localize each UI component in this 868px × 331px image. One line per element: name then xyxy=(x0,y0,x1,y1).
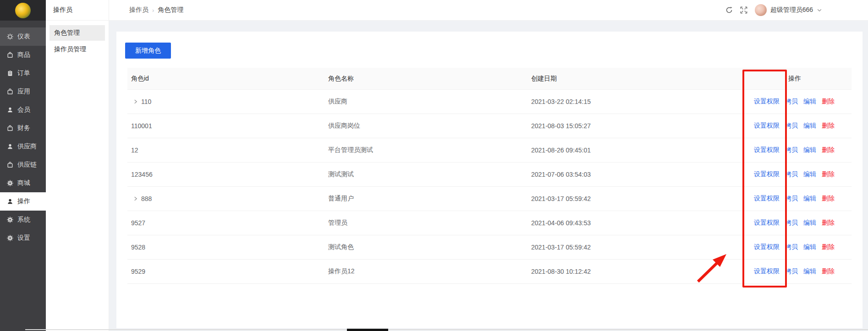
copy-link[interactable]: 拷贝 xyxy=(785,195,798,203)
copy-link[interactable]: 拷贝 xyxy=(785,267,798,276)
created-date: 2021-03-17 05:59:42 xyxy=(531,195,591,202)
delete-link[interactable]: 删除 xyxy=(822,122,835,130)
set-permissions-link[interactable]: 设置权限 xyxy=(754,219,780,227)
cell-role-name: 普通用户 xyxy=(324,195,527,203)
sidebar-item-label: 应用 xyxy=(17,87,30,96)
edit-link[interactable]: 编辑 xyxy=(803,146,816,154)
sidebar-item[interactable]: 会员 xyxy=(0,101,46,119)
cell-role-id: 888 xyxy=(127,195,324,202)
delete-link[interactable]: 删除 xyxy=(822,267,835,276)
created-date: 2021-03-17 05:59:42 xyxy=(531,244,591,251)
sidebar-item[interactable]: 系统 xyxy=(0,211,46,229)
column-header-created: 创建日期 xyxy=(527,75,751,83)
edit-link[interactable]: 编辑 xyxy=(803,122,816,130)
bag-icon xyxy=(7,52,13,58)
role-name: 平台管理员测试 xyxy=(328,146,373,154)
table-row: 9528 测试角色 2021-03-17 05:59:42 设置权限 拷贝 编辑 xyxy=(127,235,852,260)
table-row: 12 平台管理员测试 2021-08-26 09:45:01 设置权限 拷贝 编… xyxy=(127,138,852,163)
secondary-sidebar: 操作员 角色管理 操作员管理 xyxy=(46,0,109,331)
add-role-button[interactable]: 新增角色 xyxy=(125,43,171,59)
main-content: 新增角色 角色id 角色名称 创建日期 操作 110 供应商 xyxy=(109,21,868,331)
cell-role-id: 12 xyxy=(127,147,324,154)
username: 超级管理员666 xyxy=(770,6,813,14)
cell-role-id: 110001 xyxy=(127,122,324,130)
sidebar-item[interactable]: 供应商 xyxy=(0,137,46,156)
role-id: 12 xyxy=(131,147,138,154)
edit-link[interactable]: 编辑 xyxy=(803,267,816,276)
content-card: 新增角色 角色id 角色名称 创建日期 操作 110 供应商 xyxy=(116,32,863,328)
submenu-item-label: 操作员管理 xyxy=(54,45,86,54)
role-id: 888 xyxy=(141,195,152,202)
submenu-item[interactable]: 操作员管理 xyxy=(49,42,105,57)
gear-icon xyxy=(7,235,13,241)
role-name: 供应商 xyxy=(328,98,347,106)
edit-link[interactable]: 编辑 xyxy=(803,195,816,203)
cell-created-date: 2021-04-06 09:43:53 xyxy=(527,219,751,227)
sidebar-item-label: 仪表 xyxy=(17,33,30,41)
sidebar-item[interactable]: 商品 xyxy=(0,46,46,64)
sidebar-item[interactable]: 设置 xyxy=(0,229,46,247)
copy-link[interactable]: 拷贝 xyxy=(785,243,798,251)
cell-created-date: 2021-03-22 02:14:15 xyxy=(527,98,751,105)
table-row: 123456 测试测试 2021-07-06 03:54:03 设置权限 拷贝 … xyxy=(127,163,852,187)
role-id: 9527 xyxy=(131,219,145,227)
created-date: 2021-08-03 15:05:27 xyxy=(531,122,591,130)
table-row: 110 供应商 2021-03-22 02:14:15 设置权限 拷贝 编辑 xyxy=(127,90,852,114)
delete-link[interactable]: 删除 xyxy=(822,243,835,251)
user-icon xyxy=(7,198,13,205)
copy-link[interactable]: 拷贝 xyxy=(785,98,798,106)
horizontal-scrollbar-track[interactable] xyxy=(25,329,868,330)
set-permissions-link[interactable]: 设置权限 xyxy=(754,267,780,276)
sidebar-item[interactable]: 财务 xyxy=(0,119,46,137)
set-permissions-link[interactable]: 设置权限 xyxy=(754,122,780,130)
sidebar-item[interactable]: 仪表 xyxy=(0,27,46,46)
gear-icon xyxy=(7,217,13,223)
sidebar-item[interactable]: 商城 xyxy=(0,174,46,192)
sidebar-item[interactable]: 操作 xyxy=(0,192,46,211)
set-permissions-link[interactable]: 设置权限 xyxy=(754,170,780,179)
sidebar-item[interactable]: 供应链 xyxy=(0,156,46,174)
created-date: 2021-08-26 09:45:01 xyxy=(531,147,591,154)
fullscreen-icon[interactable] xyxy=(740,6,747,14)
delete-link[interactable]: 删除 xyxy=(822,98,835,106)
created-date: 2021-03-22 02:14:15 xyxy=(531,98,591,105)
delete-link[interactable]: 删除 xyxy=(822,170,835,179)
table-row: 9527 管理员 2021-04-06 09:43:53 设置权限 拷贝 编辑 xyxy=(127,211,852,235)
primary-sidebar: 仪表 商品 订单 应用 会员 财务 供应商 供应链 xyxy=(0,0,46,331)
set-permissions-link[interactable]: 设置权限 xyxy=(754,146,780,154)
horizontal-scrollbar-thumb[interactable] xyxy=(347,329,388,331)
table-body: 110 供应商 2021-03-22 02:14:15 设置权限 拷贝 编辑 xyxy=(127,90,852,284)
copy-link[interactable]: 拷贝 xyxy=(785,146,798,154)
cell-created-date: 2021-07-06 03:54:03 xyxy=(527,171,751,178)
primary-nav: 仪表 商品 订单 应用 会员 财务 供应商 供应链 xyxy=(0,27,46,247)
edit-link[interactable]: 编辑 xyxy=(803,98,816,106)
copy-link[interactable]: 拷贝 xyxy=(785,219,798,227)
delete-link[interactable]: 删除 xyxy=(822,219,835,227)
submenu-item[interactable]: 角色管理 xyxy=(49,25,105,41)
expand-row-icon[interactable] xyxy=(133,99,138,104)
refresh-icon[interactable] xyxy=(725,6,733,14)
sidebar-item-label: 设置 xyxy=(17,234,30,242)
sidebar-item[interactable]: 应用 xyxy=(0,82,46,101)
set-permissions-link[interactable]: 设置权限 xyxy=(754,195,780,203)
copy-link[interactable]: 拷贝 xyxy=(785,170,798,179)
cell-role-id: 123456 xyxy=(127,171,324,178)
sidebar-item[interactable]: 订单 xyxy=(0,64,46,82)
edit-link[interactable]: 编辑 xyxy=(803,243,816,251)
delete-link[interactable]: 删除 xyxy=(822,146,835,154)
copy-link[interactable]: 拷贝 xyxy=(785,122,798,130)
breadcrumb-item-first[interactable]: 操作员 xyxy=(129,6,148,14)
cell-actions: 设置权限 拷贝 编辑 删除 xyxy=(751,98,852,106)
edit-link[interactable]: 编辑 xyxy=(803,170,816,179)
sidebar-item-label: 财务 xyxy=(17,124,30,132)
cell-actions: 设置权限 拷贝 编辑 删除 xyxy=(751,195,852,203)
column-header-role-id: 角色id xyxy=(127,75,324,83)
set-permissions-link[interactable]: 设置权限 xyxy=(754,98,780,106)
role-name: 测试角色 xyxy=(328,243,354,251)
delete-link[interactable]: 删除 xyxy=(822,195,835,203)
app-logo[interactable] xyxy=(15,3,31,18)
user-menu[interactable]: 超级管理员666 xyxy=(755,4,822,16)
set-permissions-link[interactable]: 设置权限 xyxy=(754,243,780,251)
edit-link[interactable]: 编辑 xyxy=(803,219,816,227)
expand-row-icon[interactable] xyxy=(133,196,138,201)
